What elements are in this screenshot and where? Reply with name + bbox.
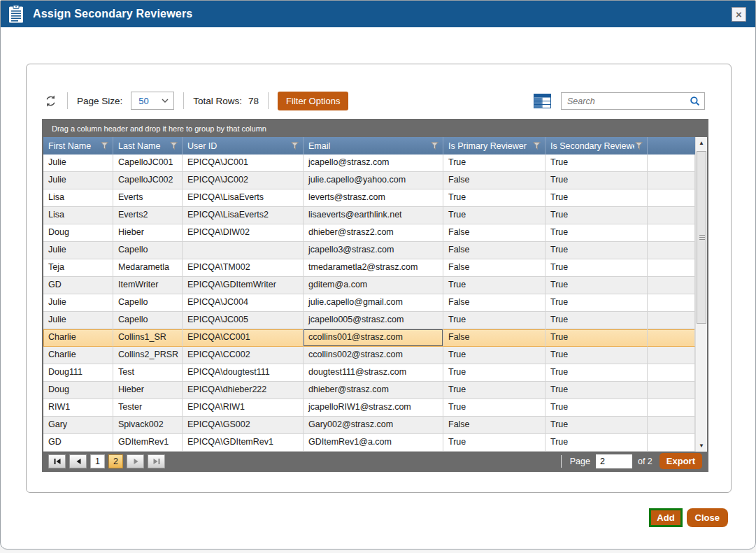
- table-cell[interactable]: EPICQA\LisaEverts2: [183, 207, 304, 224]
- table-cell[interactable]: lisaeverts@earthlink.net: [304, 207, 443, 224]
- table-cell[interactable]: [648, 312, 695, 329]
- table-cell[interactable]: CapelloJC001: [113, 155, 183, 172]
- table-row[interactable]: GDGDItemRev1EPICQA\GDItemRev1GDItemRev1@…: [43, 434, 695, 452]
- table-cell[interactable]: EPICQA\JC005: [183, 312, 304, 329]
- table-cell[interactable]: Medarametla: [113, 259, 183, 277]
- table-cell[interactable]: True: [443, 382, 545, 399]
- table-row[interactable]: JulieCapelloEPICQA\JC004julie.capello@gm…: [43, 294, 695, 312]
- table-cell[interactable]: Julie: [43, 155, 113, 172]
- table-cell[interactable]: EPICQA\JC002: [183, 172, 304, 189]
- table-row[interactable]: GDItemWriterEPICQA\GDItemWritergditem@a.…: [43, 277, 695, 294]
- table-cell[interactable]: Julie: [43, 312, 113, 329]
- table-row[interactable]: JulieCapelloJC002EPICQA\JC002julie.capel…: [43, 172, 695, 189]
- table-cell[interactable]: [648, 277, 695, 294]
- scroll-down-icon[interactable]: ▼: [696, 440, 707, 452]
- table-row[interactable]: JulieCapellojcapello3@strasz.comFalseTru…: [43, 242, 695, 259]
- table-cell[interactable]: [648, 329, 695, 347]
- table-cell[interactable]: Julie: [43, 172, 113, 189]
- table-cell[interactable]: EPICQA\GDItemWriter: [183, 277, 304, 294]
- table-cell[interactable]: GDItemRev1@a.com: [304, 434, 443, 452]
- table-cell[interactable]: [648, 347, 695, 364]
- table-cell[interactable]: True: [545, 242, 648, 259]
- table-cell[interactable]: tmedarametla2@strasz.com: [304, 259, 443, 277]
- table-row[interactable]: Doug111TestEPICQA\dougtest111dougtest111…: [43, 364, 695, 382]
- table-cell[interactable]: GD: [43, 434, 113, 452]
- first-page-button[interactable]: [48, 454, 66, 468]
- column-header-blank[interactable]: [648, 137, 695, 155]
- page-button-1[interactable]: 1: [90, 454, 105, 468]
- table-cell[interactable]: Charlie: [43, 347, 113, 364]
- scrollbar-thumb[interactable]: [697, 151, 706, 324]
- table-cell[interactable]: Collins2_PRSR: [113, 347, 183, 364]
- table-cell[interactable]: leverts@strasz.com: [304, 189, 443, 207]
- table-cell[interactable]: CapelloJC002: [113, 172, 183, 189]
- table-cell[interactable]: [648, 382, 695, 399]
- table-cell[interactable]: True: [443, 207, 545, 224]
- table-cell[interactable]: [648, 399, 695, 417]
- table-cell[interactable]: False: [443, 172, 545, 189]
- table-cell[interactable]: Gary002@strasz.com: [304, 417, 443, 434]
- table-cell[interactable]: EPICQA\LisaEverts: [183, 189, 304, 207]
- table-row[interactable]: JulieCapelloEPICQA\JC005jcapello005@stra…: [43, 312, 695, 329]
- page-button-2[interactable]: 2: [108, 454, 123, 468]
- table-cell[interactable]: Gary: [43, 417, 113, 434]
- filter-funnel-icon[interactable]: [430, 141, 439, 150]
- refresh-icon[interactable]: [43, 94, 58, 108]
- prev-page-button[interactable]: [69, 454, 87, 468]
- table-cell[interactable]: [648, 417, 695, 434]
- table-cell[interactable]: Test: [113, 364, 183, 382]
- table-cell[interactable]: EPICQA\GS002: [183, 417, 304, 434]
- table-cell[interactable]: Teja: [43, 259, 113, 277]
- table-cell[interactable]: Capello: [113, 242, 183, 259]
- vertical-scrollbar[interactable]: ▲ ▼: [695, 137, 707, 452]
- table-cell[interactable]: True: [545, 259, 648, 277]
- next-page-button[interactable]: [127, 454, 144, 468]
- table-cell[interactable]: False: [443, 224, 545, 242]
- table-cell[interactable]: True: [545, 277, 648, 294]
- table-cell[interactable]: True: [443, 277, 545, 294]
- table-cell[interactable]: True: [545, 312, 648, 329]
- column-header-last-name[interactable]: Last Name: [113, 137, 183, 155]
- export-button[interactable]: Export: [659, 453, 702, 469]
- filter-funnel-icon[interactable]: [290, 141, 299, 150]
- table-cell[interactable]: True: [443, 155, 545, 172]
- last-page-button[interactable]: [148, 454, 165, 468]
- table-cell[interactable]: Hieber: [113, 224, 183, 242]
- table-cell[interactable]: Doug111: [43, 364, 113, 382]
- add-button[interactable]: Add: [649, 508, 682, 527]
- table-cell[interactable]: EPICQA\DIW02: [183, 224, 304, 242]
- table-cell[interactable]: [648, 172, 695, 189]
- table-cell[interactable]: True: [443, 189, 545, 207]
- page-size-select[interactable]: 50: [131, 92, 174, 110]
- table-cell[interactable]: False: [443, 294, 545, 312]
- table-cell[interactable]: [648, 364, 695, 382]
- table-cell[interactable]: jcapello@strasz.com: [304, 155, 443, 172]
- table-cell[interactable]: Lisa: [43, 207, 113, 224]
- table-cell[interactable]: [648, 207, 695, 224]
- table-cell[interactable]: dhieber@strasz.com: [304, 382, 443, 399]
- table-cell[interactable]: julie.capello@yahoo.com: [304, 172, 443, 189]
- table-cell[interactable]: True: [545, 172, 648, 189]
- table-cell[interactable]: True: [545, 329, 648, 347]
- column-header-first-name[interactable]: First Name: [43, 137, 113, 155]
- table-row[interactable]: JulieCapelloJC001EPICQA\JC001jcapello@st…: [43, 155, 695, 172]
- close-button[interactable]: Close: [687, 508, 728, 527]
- table-cell[interactable]: True: [545, 417, 648, 434]
- table-cell[interactable]: ccollins001@strasz.com: [304, 329, 443, 347]
- table-cell[interactable]: True: [545, 189, 648, 207]
- table-cell[interactable]: dhieber@strasz2.com: [304, 224, 443, 242]
- table-cell[interactable]: False: [443, 259, 545, 277]
- table-cell[interactable]: Everts: [113, 189, 183, 207]
- table-cell[interactable]: Collins1_SR: [113, 329, 183, 347]
- table-cell[interactable]: True: [545, 207, 648, 224]
- table-cell[interactable]: jcapello3@strasz.com: [304, 242, 443, 259]
- table-cell[interactable]: ItemWriter: [113, 277, 183, 294]
- table-cell[interactable]: [648, 242, 695, 259]
- table-row[interactable]: LisaEverts2EPICQA\LisaEverts2lisaeverts@…: [43, 207, 695, 224]
- filter-funnel-icon[interactable]: [634, 141, 643, 150]
- table-cell[interactable]: dougtest111@strasz.com: [304, 364, 443, 382]
- filter-options-button[interactable]: Filter Options: [278, 92, 348, 110]
- table-cell[interactable]: Capello: [113, 294, 183, 312]
- dialog-close-icon[interactable]: ×: [732, 7, 746, 22]
- table-cell[interactable]: Hieber: [113, 382, 183, 399]
